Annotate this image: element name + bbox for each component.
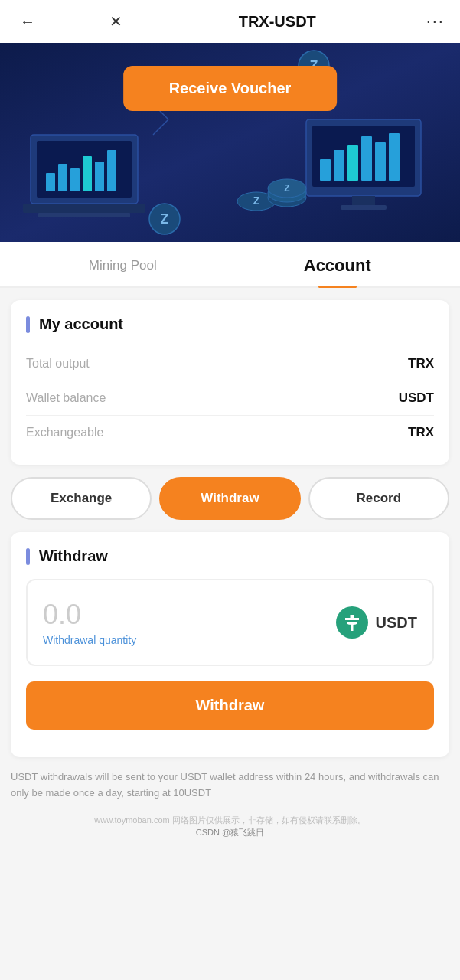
svg-rect-7	[95, 162, 104, 191]
withdrawal-right: USDT	[336, 606, 417, 639]
svg-rect-16	[361, 136, 372, 181]
svg-rect-10	[38, 213, 130, 217]
watermark-line1: www.toymoban.com 网络图片仅供展示，非存储，如有侵权请联系删除。	[11, 814, 449, 827]
withdrawal-quantity-label: Withdrawal quantity	[43, 634, 136, 646]
withdrawal-amount: 0.0	[43, 599, 136, 631]
svg-rect-20	[341, 205, 387, 210]
withdrawal-currency: USDT	[376, 614, 417, 632]
svg-rect-17	[375, 142, 386, 181]
svg-rect-19	[352, 196, 375, 205]
svg-rect-13	[320, 159, 331, 181]
back-button[interactable]: ←	[15, 13, 40, 31]
exchange-button[interactable]: Exchange	[11, 477, 152, 520]
tabs-container: Mining Pool Account	[0, 242, 460, 288]
banner: Z Z Z Z Receive Voucher	[0, 43, 460, 242]
account-section: My account Total output TRX Wallet balan…	[11, 300, 449, 465]
tab-mining-pool[interactable]: Mining Pool	[15, 244, 230, 284]
close-button[interactable]: ✕	[104, 12, 129, 31]
header: ← ✕ TRX-USDT ···	[0, 0, 460, 43]
svg-text:Z: Z	[284, 183, 289, 194]
more-button[interactable]: ···	[426, 11, 445, 31]
svg-text:Z: Z	[253, 194, 260, 207]
withdraw-title-text: Withdraw	[39, 547, 108, 565]
withdrawal-card: 0.0 Withdrawal quantity USDT	[26, 579, 434, 666]
action-buttons-group: Exchange Withdraw Record	[11, 477, 449, 520]
withdraw-section: Withdraw 0.0 Withdrawal quantity USDT Wi…	[11, 532, 449, 757]
svg-rect-6	[83, 156, 92, 191]
svg-rect-15	[347, 145, 358, 181]
withdraw-button[interactable]: Withdraw	[159, 477, 300, 520]
withdraw-section-title: Withdraw	[26, 547, 434, 565]
wallet-balance-label: Wallet balance	[26, 391, 106, 405]
exchangeable-row: Exchangeable TRX	[26, 416, 434, 449]
svg-rect-3	[46, 173, 55, 191]
info-text: USDT withdrawals will be sent to your US…	[0, 769, 460, 802]
watermark-csdn: CSDN @猿飞跳日	[196, 828, 264, 837]
withdraw-title-bar	[26, 548, 30, 565]
withdrawal-left: 0.0 Withdrawal quantity	[43, 599, 136, 646]
tab-account[interactable]: Account	[230, 242, 445, 286]
svg-text:Z: Z	[161, 211, 169, 227]
wallet-balance-row: Wallet balance USDT	[26, 381, 434, 416]
exchangeable-value: TRX	[408, 425, 434, 440]
svg-rect-4	[58, 164, 67, 191]
account-title-text: My account	[39, 315, 123, 333]
exchangeable-label: Exchangeable	[26, 426, 103, 439]
total-output-value: TRX	[408, 356, 434, 371]
svg-rect-9	[23, 204, 145, 213]
receive-voucher-button[interactable]: Receive Voucher	[123, 66, 338, 111]
withdraw-action-button[interactable]: Withdraw	[26, 681, 434, 730]
page-title: TRX-USDT	[239, 13, 316, 31]
watermark: www.toymoban.com 网络图片仅供展示，非存储，如有侵权请联系删除。…	[0, 809, 460, 851]
svg-rect-34	[351, 624, 353, 631]
title-bar-decoration	[26, 316, 30, 333]
account-section-title: My account	[26, 315, 434, 333]
tether-icon	[336, 606, 368, 639]
svg-rect-5	[70, 168, 80, 191]
total-output-label: Total output	[26, 357, 90, 371]
svg-rect-18	[389, 133, 400, 181]
svg-rect-14	[334, 150, 344, 181]
wallet-balance-value: USDT	[399, 390, 434, 406]
record-button[interactable]: Record	[308, 477, 449, 520]
svg-rect-8	[107, 150, 116, 191]
total-output-row: Total output TRX	[26, 347, 434, 381]
watermark-line2: CSDN @猿飞跳日	[11, 826, 449, 839]
